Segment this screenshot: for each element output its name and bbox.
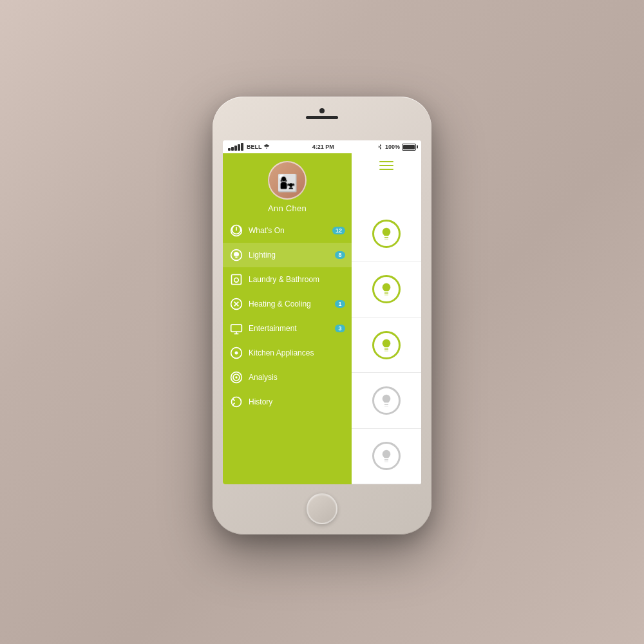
profile-area: 👩‍👧 Ann Chen [223,153,352,218]
whats-on-badge: 12 [332,227,345,234]
bulb-row-5[interactable] [352,429,421,484]
carrier-label: BELL [247,144,262,150]
phone-speaker [306,116,338,119]
analysis-icon [229,370,243,384]
lighting-label: Lighting [249,251,335,260]
menu-item-entertainment[interactable]: Entertainment 3 [223,316,352,341]
whats-on-label: What's On [249,226,332,235]
wifi-icon [263,144,270,150]
app-content: 👩‍👧 Ann Chen What's On 12 [223,153,421,484]
signal-dot-1 [228,148,231,151]
avatar-image: 👩‍👧 [277,173,298,193]
kitchen-label: Kitchen Appliances [249,348,345,357]
phone-body: BELL 4:21 PM 100% [213,97,431,535]
phone: BELL 4:21 PM 100% [213,97,431,535]
bulb-circle-3 [372,331,401,359]
history-label: History [249,397,345,406]
hamburger-line-2 [379,165,393,166]
svg-point-6 [235,352,238,355]
bulb-icon-2 [379,281,394,297]
signal-dots [228,143,243,151]
lighting-badge: 8 [335,251,345,259]
hamburger-button[interactable] [379,161,393,170]
bulb-circle-4 [372,386,401,415]
bulb-row-3[interactable] [352,317,421,373]
phone-camera [319,108,325,113]
bulb-icon-3 [379,337,394,353]
heating-badge: 1 [335,300,345,308]
menu-item-analysis[interactable]: Analysis [223,365,352,390]
battery-fill [403,145,415,149]
power-icon [229,223,243,238]
menu-item-kitchen[interactable]: Kitchen Appliances [223,341,352,365]
history-icon [229,395,243,409]
right-panel [352,153,421,484]
bulb-icon-4 [379,393,394,408]
bulb-circle-5 [372,442,401,470]
phone-top-bar [283,108,361,119]
bulb-row-1[interactable] [352,206,421,261]
home-button[interactable] [307,493,337,524]
entertainment-icon [229,321,243,336]
signal-dot-2 [231,147,234,151]
battery-percent-label: 100% [385,144,400,150]
heating-label: Heating & Cooling [249,299,335,308]
menu-items-list: What's On 12 Lighting 8 [223,218,352,484]
status-bar: BELL 4:21 PM 100% [223,140,421,153]
entertainment-label: Entertainment [249,324,335,333]
heating-icon [229,297,243,311]
lighting-icon [229,248,243,262]
profile-name: Ann Chen [268,204,307,213]
svg-rect-4 [231,325,242,332]
svg-rect-1 [232,275,242,285]
status-right: 100% [377,144,416,151]
menu-item-laundry[interactable]: Laundry & Bathroom [223,267,352,292]
bulb-icon-1 [379,226,394,242]
menu-item-lighting[interactable]: Lighting 8 [223,243,352,267]
bulb-icon-5 [379,448,394,464]
avatar[interactable]: 👩‍👧 [268,161,307,200]
hamburger-line-1 [379,161,393,162]
laundry-label: Laundry & Bathroom [249,275,345,284]
signal-dot-5 [241,143,243,151]
kitchen-icon [229,346,243,360]
phone-screen: BELL 4:21 PM 100% [223,140,421,484]
bulb-circle-1 [372,220,401,248]
bluetooth-icon [377,144,383,150]
svg-point-2 [234,278,239,283]
right-header [352,153,421,206]
status-left: BELL [228,143,270,151]
menu-panel: 👩‍👧 Ann Chen What's On 12 [223,153,352,484]
entertainment-badge: 3 [335,325,345,332]
analysis-label: Analysis [249,373,345,382]
battery-icon [402,144,416,151]
signal-dot-4 [238,144,240,151]
bulb-row-2[interactable] [352,261,421,317]
bulb-items [352,206,421,484]
hamburger-line-3 [379,169,393,170]
bulb-circle-2 [372,275,401,303]
bulb-row-4[interactable] [352,373,421,428]
menu-item-heating[interactable]: Heating & Cooling 1 [223,292,352,316]
status-time: 4:21 PM [312,144,334,150]
menu-item-whats-on[interactable]: What's On 12 [223,218,352,243]
menu-item-history[interactable]: History [223,390,352,414]
svg-point-9 [235,376,237,378]
signal-dot-3 [234,146,237,151]
laundry-icon [229,272,243,287]
